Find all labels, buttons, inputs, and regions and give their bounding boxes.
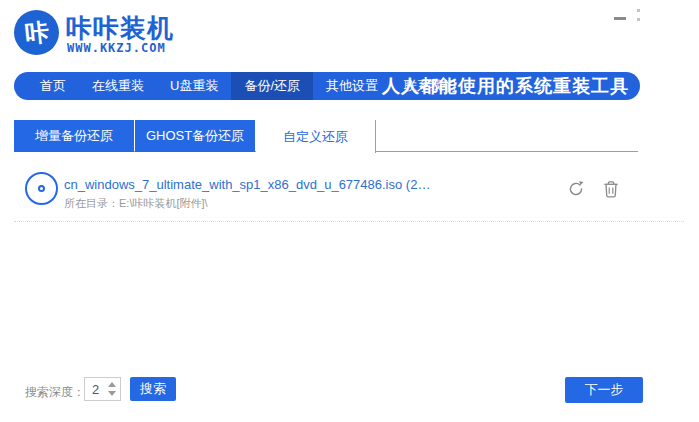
delete-button[interactable] (601, 179, 621, 199)
file-title-link[interactable]: cn_windows_7_ultimate_with_sp1_x86_dvd_u… (64, 177, 430, 192)
file-list-item: cn_windows_7_ultimate_with_sp1_x86_dvd_u… (0, 168, 699, 214)
search-depth-input[interactable] (85, 378, 109, 400)
tab-bar: 增量备份还原 GHOST备份还原 自定义还原 (14, 120, 376, 152)
nav-item-online-reinstall[interactable]: 在线重装 (79, 72, 157, 100)
main-navbar: 首页 在线重装 U盘重装 备份/还原 其他设置 联系我们 人人都能使用的系统重装… (14, 72, 640, 100)
nav-item-other-settings[interactable]: 其他设置 (313, 72, 391, 100)
stepper-up-icon[interactable] (108, 382, 116, 387)
search-button[interactable]: 搜索 (130, 377, 176, 401)
menu-dots-icon[interactable] (637, 9, 641, 23)
app-window: 咔 咔咔装机 WWW.KKZJ.COM 首页 在线重装 U盘重装 备份/还原 其… (0, 0, 699, 422)
next-step-button[interactable]: 下一步 (565, 377, 643, 403)
nav-item-home[interactable]: 首页 (27, 72, 79, 100)
tab-incremental-backup-restore[interactable]: 增量备份还原 (14, 120, 134, 152)
brand-url: WWW.KKZJ.COM (67, 41, 166, 55)
search-depth-stepper (84, 377, 121, 401)
stepper-down-icon[interactable] (108, 391, 116, 396)
logo-character: 咔 (23, 15, 50, 49)
nav-item-backup-restore[interactable]: 备份/还原 (231, 72, 313, 100)
nav-item-usb-reinstall[interactable]: U盘重装 (157, 72, 231, 100)
list-separator (14, 221, 684, 222)
tab-custom-restore[interactable]: 自定义还原 (256, 120, 376, 153)
tab-ghost-backup-restore[interactable]: GHOST备份还原 (135, 120, 255, 152)
refresh-button[interactable] (566, 179, 586, 199)
search-depth-label: 搜索深度： (25, 384, 85, 401)
disc-icon (25, 172, 58, 205)
brand-logo-icon: 咔 (14, 10, 59, 55)
minimize-button[interactable] (614, 17, 626, 20)
stepper-arrows (107, 378, 118, 400)
refresh-icon (567, 180, 585, 198)
file-location: 所在目录：E:\咔咔装机[附件]\ (64, 196, 208, 211)
nav-slogan: 人人都能使用的系统重装工具 (382, 72, 629, 100)
trash-icon (603, 180, 619, 198)
